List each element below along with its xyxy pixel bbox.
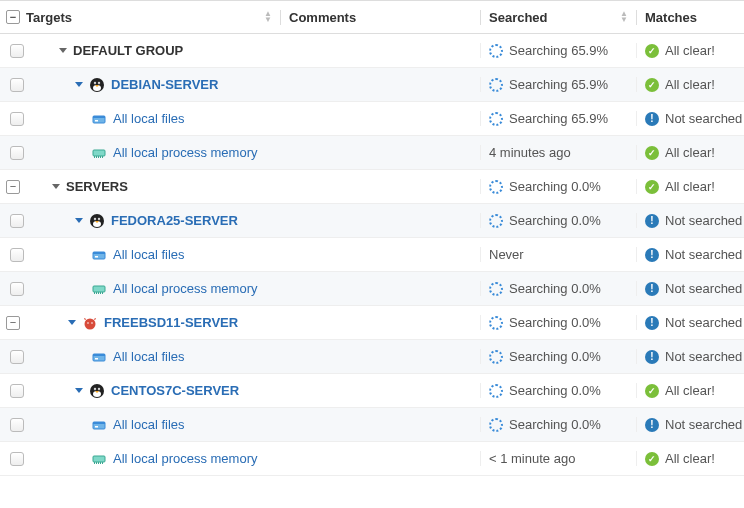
spinner-icon [489,282,503,296]
table-row: All local files Searching 0.0% !Not sear… [0,340,744,374]
searched-text: Never [489,247,524,262]
row-checkbox[interactable] [10,146,24,160]
spinner-icon [489,78,503,92]
info-icon: ! [645,350,659,364]
linux-icon [89,213,105,229]
spinner-icon [489,180,503,194]
row-checkbox[interactable] [10,78,24,92]
searched-text: Searching 0.0% [509,281,601,296]
target-link[interactable]: All local files [113,247,185,262]
row-checkbox[interactable] [10,112,24,126]
sort-icon[interactable]: ▲▼ [620,11,628,23]
check-icon: ✓ [645,180,659,194]
target-link[interactable]: All local process memory [113,281,258,296]
check-icon: ✓ [645,452,659,466]
match-text: All clear! [665,383,715,398]
table-row: All local process memory Searching 0.0% … [0,272,744,306]
match-text: Not searched [665,111,742,126]
col-header-comments[interactable]: Comments [289,10,356,25]
collapse-all-toggle[interactable]: − [6,10,20,24]
row-checkbox[interactable] [10,384,24,398]
searched-text: Searching 0.0% [509,179,601,194]
sort-icon[interactable]: ▲▼ [264,11,272,23]
collapse-toggle[interactable]: − [6,316,20,330]
match-text: Not searched [665,281,742,296]
searched-text: Searching 0.0% [509,383,601,398]
row-checkbox[interactable] [10,282,24,296]
searched-text: Searching 0.0% [509,213,601,228]
group-label[interactable]: SERVERS [66,179,128,194]
col-header-searched[interactable]: Searched [489,10,548,25]
spinner-icon [489,44,503,58]
match-text: All clear! [665,179,715,194]
host-link[interactable]: FREEBSD11-SERVER [104,315,238,330]
searched-text: Searching 65.9% [509,111,608,126]
table-row: CENTOS7C-SERVER Searching 0.0% ✓All clea… [0,374,744,408]
match-text: Not searched [665,417,742,432]
table-row: All local process memory 4 minutes ago ✓… [0,136,744,170]
host-link[interactable]: CENTOS7C-SERVER [111,383,239,398]
info-icon: ! [645,418,659,432]
expand-caret[interactable] [52,184,60,189]
match-text: All clear! [665,77,715,92]
linux-icon [89,383,105,399]
spinner-icon [489,112,503,126]
row-checkbox[interactable] [10,44,24,58]
searched-text: Searching 65.9% [509,43,608,58]
row-checkbox[interactable] [10,452,24,466]
expand-caret[interactable] [75,388,83,393]
expand-caret[interactable] [75,218,83,223]
info-icon: ! [645,214,659,228]
host-link[interactable]: FEDORA25-SERVER [111,213,238,228]
linux-icon [89,77,105,93]
match-text: Not searched [665,315,742,330]
targets-table: − Targets ▲▼ Comments Searched ▲▼ Matche… [0,0,744,476]
disk-icon [91,417,107,433]
target-link[interactable]: All local files [113,349,185,364]
memory-icon [91,451,107,467]
host-link[interactable]: DEBIAN-SERVER [111,77,218,92]
searched-text: Searching 0.0% [509,349,601,364]
memory-icon [91,281,107,297]
col-header-matches[interactable]: Matches [645,10,697,25]
table-row: − SERVERS Searching 0.0% ✓All clear! [0,170,744,204]
table-row: All local files Searching 65.9% !Not sea… [0,102,744,136]
info-icon: ! [645,248,659,262]
collapse-toggle[interactable]: − [6,180,20,194]
row-checkbox[interactable] [10,248,24,262]
row-checkbox[interactable] [10,350,24,364]
table-header: − Targets ▲▼ Comments Searched ▲▼ Matche… [0,0,744,34]
check-icon: ✓ [645,146,659,160]
spinner-icon [489,350,503,364]
info-icon: ! [645,316,659,330]
info-icon: ! [645,282,659,296]
searched-text: < 1 minute ago [489,451,575,466]
match-text: All clear! [665,145,715,160]
memory-icon [91,145,107,161]
disk-icon [91,111,107,127]
table-row: All local files Searching 0.0% !Not sear… [0,408,744,442]
searched-text: Searching 0.0% [509,315,601,330]
group-label[interactable]: DEFAULT GROUP [73,43,183,58]
match-text: All clear! [665,43,715,58]
freebsd-icon [82,315,98,331]
spinner-icon [489,384,503,398]
row-checkbox[interactable] [10,418,24,432]
expand-caret[interactable] [68,320,76,325]
target-link[interactable]: All local files [113,417,185,432]
expand-caret[interactable] [59,48,67,53]
target-link[interactable]: All local files [113,111,185,126]
col-header-targets[interactable]: Targets [26,10,72,25]
match-text: Not searched [665,213,742,228]
table-row: FEDORA25-SERVER Searching 0.0% !Not sear… [0,204,744,238]
searched-text: Searching 0.0% [509,417,601,432]
target-link[interactable]: All local process memory [113,145,258,160]
match-text: All clear! [665,451,715,466]
check-icon: ✓ [645,44,659,58]
searched-text: 4 minutes ago [489,145,571,160]
expand-caret[interactable] [75,82,83,87]
spinner-icon [489,316,503,330]
check-icon: ✓ [645,384,659,398]
target-link[interactable]: All local process memory [113,451,258,466]
row-checkbox[interactable] [10,214,24,228]
